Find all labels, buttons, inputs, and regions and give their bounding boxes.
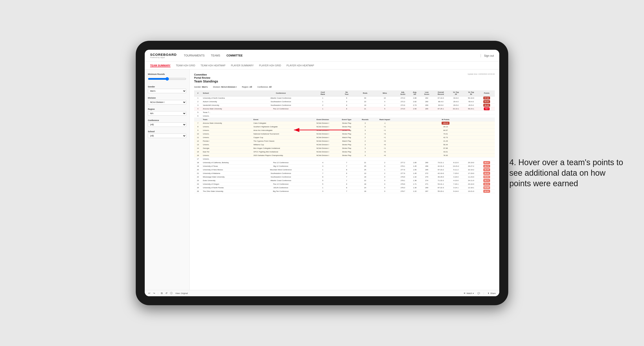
sub-nav-team-summary[interactable]: TEAM SUMMARY: [150, 64, 170, 67]
table-row: 26 The Ohio State University Big Ten Con…: [194, 189, 495, 193]
gender-select[interactable]: Men's: [148, 89, 186, 93]
points-cell[interactable]: 83.89: [478, 186, 495, 189]
sign-out-sep: |: [480, 54, 481, 57]
comment-button[interactable]: 💬: [478, 292, 480, 295]
points-cell[interactable]: 88.49: [478, 168, 495, 172]
division-select[interactable]: NCAA Division I: [148, 100, 186, 104]
school-select[interactable]: (All): [148, 134, 186, 138]
points-cell[interactable]: 88.07: [478, 161, 495, 164]
points-cell[interactable]: [478, 111, 495, 114]
record-cell: 73-21-1: [433, 161, 448, 164]
reset-button[interactable]: ↺: [166, 292, 168, 295]
conf-cell: Big 12 Conference: [252, 164, 309, 168]
sign-out-button[interactable]: Sign out: [484, 54, 494, 57]
vs25-cell: 33-19-1: [448, 107, 463, 111]
wins-cell: 0: [373, 186, 396, 189]
t-rank: 7: [194, 121, 202, 125]
watch-button[interactable]: 👁 Watch ▾: [464, 292, 474, 295]
conference-select[interactable]: (All): [148, 122, 186, 127]
points-cell[interactable]: 78.5: [478, 107, 495, 111]
report-title-section: CommitteePortal Review Team Standings: [194, 73, 218, 83]
sub-nav-team-h2h-heatmap[interactable]: TEAM H2H HEATMAP: [200, 64, 226, 67]
view-original-button[interactable]: View: Original: [175, 292, 188, 295]
nav-teams[interactable]: TEAMS: [211, 53, 220, 58]
t-rounds: 3: [357, 121, 373, 125]
conf-cell: ASUN Conference: [252, 186, 309, 189]
t-rounds: 3: [357, 150, 373, 154]
sub-nav-player-h2h-grid[interactable]: PLAYER H2H GRID: [259, 64, 281, 67]
rnds-cell: 13: [357, 172, 373, 175]
adj-score-cell: 278.3: [396, 186, 409, 189]
redo-button[interactable]: ↪: [153, 292, 155, 295]
rank-cell: 23: [194, 178, 202, 182]
conf-cell: Pac-12 Conference: [252, 107, 309, 111]
school-cell: The Ohio State University: [202, 189, 252, 193]
school-cell: University of New Mexico: [202, 168, 252, 172]
school-cell: University of California, Berkeley: [202, 161, 252, 164]
t-rounds: 3: [357, 146, 373, 150]
t-event: Ben Hogan Collegiate Invitational: [252, 146, 309, 150]
t-team: Univers.: [202, 143, 252, 146]
record-cell: 53-41-1: [433, 182, 448, 186]
table-row: 2 Auburn University Southeastern Confere…: [194, 100, 495, 103]
t-div: NCAA Division I: [310, 121, 336, 125]
school-cell: University of Alabama: [202, 172, 252, 175]
copy-button[interactable]: ⧉: [161, 292, 163, 295]
points-cell[interactable]: 90.20: [478, 103, 495, 107]
points-cell[interactable]: 88.48: [478, 172, 495, 175]
conf-cell: Southeastern Conference: [252, 100, 309, 103]
toolbar-sep1: |: [158, 292, 158, 295]
col-vs-50: Vs Top50: [464, 90, 478, 96]
nav-tournaments[interactable]: TOURNAMENTS: [184, 53, 204, 58]
rank-cell: 19: [194, 164, 202, 168]
rank-cell: 24: [194, 182, 202, 186]
nav-committee[interactable]: COMMITTEE: [226, 53, 242, 58]
conf-cell: Southeastern Conference: [252, 103, 309, 107]
points-cell[interactable]: 88.94: [478, 189, 495, 193]
points-cell[interactable]: 88.71: [478, 178, 495, 182]
vs25-cell: 29-4-0: [448, 100, 463, 103]
points-cell[interactable]: [478, 157, 495, 161]
avg-sg-cell: 2.86: [409, 96, 420, 100]
t-rank: 14: [194, 146, 202, 150]
points-cell[interactable]: 88.54: [478, 182, 495, 186]
rnds-cell: 21: [357, 107, 373, 111]
division-filter: Division: NCAA Division I: [213, 86, 236, 88]
min-rounds-slider[interactable]: [148, 76, 186, 82]
t-rounds: 2: [357, 136, 373, 139]
t-w-points: 50.44: [396, 143, 495, 146]
points-cell[interactable]: 93.31: [478, 100, 495, 103]
info-button[interactable]: ⓘ: [170, 292, 172, 295]
rnds-cell: 18: [357, 175, 373, 178]
undo-button[interactable]: ↩: [148, 292, 150, 295]
conf-cell: Mountain West Conference: [252, 168, 309, 172]
sub-nav-player-summary[interactable]: PLAYER SUMMARY: [231, 64, 254, 67]
points-cell[interactable]: [478, 114, 495, 118]
tour-cell: 9: [336, 96, 357, 100]
share-button[interactable]: ⬆ Share: [488, 292, 496, 295]
t-rank-impact: -1: [373, 121, 396, 125]
t-rounds: 3: [357, 154, 373, 157]
conf-rank-cell: 1: [310, 107, 336, 111]
tooltip-col-event: Event: [252, 118, 309, 121]
points-cell[interactable]: 88.70: [478, 164, 495, 168]
share-icon: ⬆: [488, 292, 490, 295]
t-rank: 13: [194, 143, 202, 146]
rank-cell: 4: [194, 107, 202, 111]
school-cell: Univers.: [202, 114, 252, 118]
rank-cell: 2: [194, 100, 202, 103]
low-score-cell: 266: [420, 164, 433, 168]
tablet-frame: SCOREBOARD Powered by clippd TOURNAMENTS…: [136, 41, 508, 305]
points-cell[interactable]: 83.81: [478, 175, 495, 178]
sub-nav-team-h2h-grid[interactable]: TEAM H2H GRID: [176, 64, 195, 67]
t-w-points: 84.97: [396, 128, 495, 132]
logo-area: SCOREBOARD Powered by clippd: [150, 53, 176, 58]
conf-cell: Atlantic Coast Conference: [252, 96, 309, 100]
t-rank-impact: +0: [373, 139, 396, 143]
region-select[interactable]: N/A: [148, 111, 186, 116]
school-cell: Mississippi State University: [202, 175, 252, 178]
rank-cell: 21: [194, 172, 202, 175]
logo-text: SCOREBOARD: [150, 53, 176, 56]
points-cell[interactable]: 97.02: [478, 96, 495, 100]
sub-nav-player-h2h-heatmap[interactable]: PLAYER H2H HEATMAP: [286, 64, 314, 67]
